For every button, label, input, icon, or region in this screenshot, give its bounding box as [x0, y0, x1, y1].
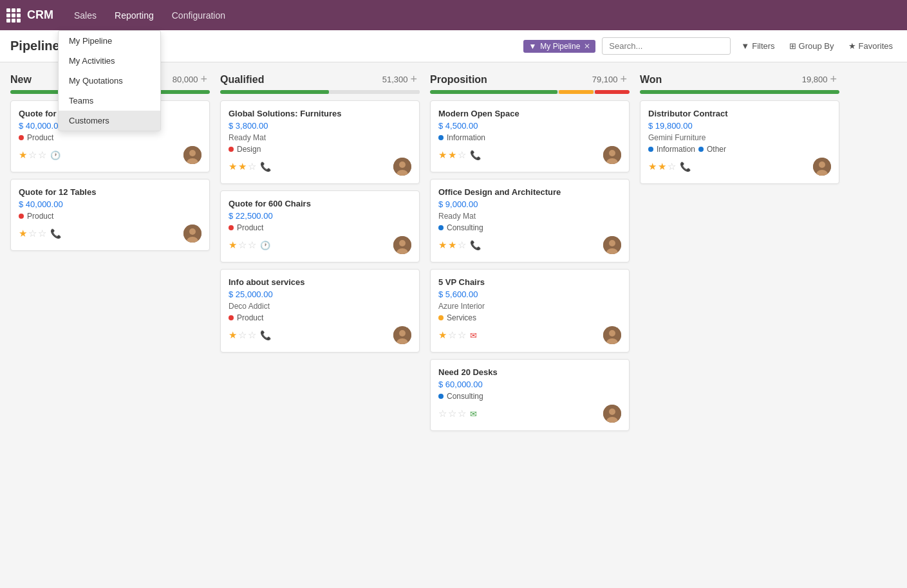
- star-0[interactable]: ☆: [438, 408, 447, 419]
- kanban-card[interactable]: Need 20 Desks $ 60,000.00 Consulting ☆☆☆…: [430, 359, 630, 431]
- star-0[interactable]: ★: [19, 149, 27, 161]
- card-meta: Product: [19, 133, 201, 142]
- card-amount: $ 4,500.00: [438, 121, 621, 131]
- column-proposition: Proposition 79,100 + Modern Open Space $…: [430, 73, 630, 437]
- column-won: Won 19,800 + Distributor Contract $ 19,8…: [640, 73, 839, 190]
- stars[interactable]: ★★☆: [438, 239, 466, 251]
- progress-bar: [220, 90, 420, 94]
- stars[interactable]: ★☆☆: [229, 239, 256, 251]
- star-0[interactable]: ★: [648, 161, 657, 172]
- kanban-card[interactable]: Quote for 12 Tables $ 40,000.00 Product …: [10, 179, 210, 251]
- card-tag: Services: [447, 313, 476, 322]
- progress-segment: [430, 90, 557, 94]
- card-subtitle: Ready Mat: [438, 212, 621, 221]
- stars[interactable]: ★☆☆: [19, 228, 46, 239]
- card-title: Global Solutions: Furnitures: [229, 109, 411, 118]
- nav-reporting[interactable]: Reporting: [107, 6, 162, 24]
- stars[interactable]: ★☆☆: [229, 329, 256, 341]
- card-title: Office Design and Architecture: [438, 187, 621, 197]
- favorites-button[interactable]: ★ Favorites: [845, 39, 897, 53]
- column-add-button[interactable]: +: [198, 73, 210, 86]
- funnel-icon: ▼: [528, 42, 536, 51]
- tag-dot: [19, 135, 24, 140]
- stars[interactable]: ★☆☆: [438, 329, 466, 341]
- card-tag: Information: [447, 133, 485, 142]
- card-action-icons: ★☆☆ 📞: [229, 329, 271, 341]
- card-amount: $ 19,800.00: [648, 121, 831, 131]
- menu-my-pipeline[interactable]: My Pipeline: [59, 31, 160, 51]
- kanban-card[interactable]: Office Design and Architecture $ 9,000.0…: [430, 179, 630, 262]
- card-amount: $ 60,000.00: [438, 380, 621, 389]
- kanban-card[interactable]: Distributor Contract $ 19,800.00 Gemini …: [640, 100, 839, 184]
- star-0[interactable]: ★: [229, 329, 237, 341]
- star-1[interactable]: ★: [448, 239, 456, 251]
- card-footer: ☆☆☆ ✉: [438, 405, 621, 423]
- kanban-card[interactable]: 5 VP Chairs $ 5,600.00 Azure Interior Se…: [430, 269, 630, 353]
- search-input[interactable]: [602, 37, 731, 55]
- card-action-icons: ★☆☆ 🕐: [19, 149, 61, 161]
- stars[interactable]: ☆☆☆: [438, 408, 466, 419]
- star-1[interactable]: ☆: [238, 239, 247, 251]
- star-2[interactable]: ☆: [458, 408, 466, 419]
- svg-point-15: [399, 330, 406, 336]
- star-1[interactable]: ☆: [238, 329, 247, 341]
- card-footer: ★☆☆ 🕐: [229, 236, 411, 254]
- group-by-button[interactable]: ⊞ Group By: [785, 39, 838, 53]
- nav-configuration[interactable]: Configuration: [164, 6, 233, 24]
- menu-customers[interactable]: Customers: [59, 111, 160, 131]
- column-title: Proposition: [430, 74, 587, 86]
- card-meta: Product: [229, 313, 411, 322]
- card-footer: ★★☆ 📞: [229, 158, 411, 176]
- kanban-card[interactable]: Quote for 600 Chairs $ 22,500.00 Product…: [220, 190, 420, 262]
- card-meta: Consulting: [438, 392, 621, 401]
- column-add-button[interactable]: +: [407, 73, 420, 86]
- star-2[interactable]: ☆: [668, 161, 676, 172]
- filters-button[interactable]: ▼ Filters: [737, 39, 778, 53]
- star-0[interactable]: ★: [438, 239, 447, 251]
- kanban-card[interactable]: Global Solutions: Furnitures $ 3,800.00 …: [220, 100, 420, 184]
- star-2[interactable]: ☆: [248, 161, 256, 172]
- star-1[interactable]: ☆: [448, 408, 456, 419]
- card-subtitle: Azure Interior: [438, 302, 621, 311]
- nav-sales[interactable]: Sales: [66, 6, 104, 24]
- star-1[interactable]: ☆: [448, 329, 456, 341]
- star-2[interactable]: ☆: [38, 228, 46, 239]
- kanban-card[interactable]: Modern Open Space $ 4,500.00 Information…: [430, 100, 630, 172]
- menu-my-quotations[interactable]: My Quotations: [59, 71, 160, 91]
- star-2[interactable]: ☆: [248, 329, 256, 341]
- star-2[interactable]: ☆: [458, 239, 466, 251]
- progress-segment: [595, 90, 630, 94]
- star-1[interactable]: ★: [658, 161, 666, 172]
- kanban-card[interactable]: Info about services $ 25,000.00 Deco Add…: [220, 269, 420, 353]
- top-nav: CRM Sales Reporting Configuration: [0, 0, 907, 30]
- stars[interactable]: ★★☆: [229, 161, 256, 172]
- star-1[interactable]: ☆: [28, 149, 37, 161]
- star-0[interactable]: ★: [229, 161, 237, 172]
- card-tag: Product: [237, 223, 263, 232]
- card-tag: Consulting: [447, 223, 483, 232]
- star-1[interactable]: ★: [238, 161, 247, 172]
- star-1[interactable]: ★: [448, 149, 456, 161]
- stars[interactable]: ★☆☆: [19, 149, 46, 161]
- card-footer: ★★☆ 📞: [438, 236, 621, 254]
- card-meta: Product: [19, 212, 201, 221]
- stars[interactable]: ★★☆: [438, 149, 466, 161]
- card-footer: ★★☆ 📞: [438, 146, 621, 164]
- star-2[interactable]: ☆: [458, 329, 466, 341]
- stars[interactable]: ★★☆: [648, 161, 676, 172]
- app-grid-icon[interactable]: [6, 8, 21, 23]
- star-0[interactable]: ★: [438, 329, 447, 341]
- star-0[interactable]: ★: [438, 149, 447, 161]
- star-2[interactable]: ☆: [248, 239, 256, 251]
- column-add-button[interactable]: +: [617, 73, 630, 86]
- star-0[interactable]: ★: [229, 239, 237, 251]
- column-add-button[interactable]: +: [827, 73, 839, 86]
- svg-point-21: [609, 240, 615, 246]
- menu-teams[interactable]: Teams: [59, 91, 160, 111]
- star-2[interactable]: ☆: [38, 149, 46, 161]
- star-1[interactable]: ☆: [28, 228, 37, 239]
- filter-tag-close[interactable]: ✕: [584, 42, 590, 51]
- star-0[interactable]: ★: [19, 228, 27, 239]
- menu-my-activities[interactable]: My Activities: [59, 51, 160, 71]
- star-2[interactable]: ☆: [458, 149, 466, 161]
